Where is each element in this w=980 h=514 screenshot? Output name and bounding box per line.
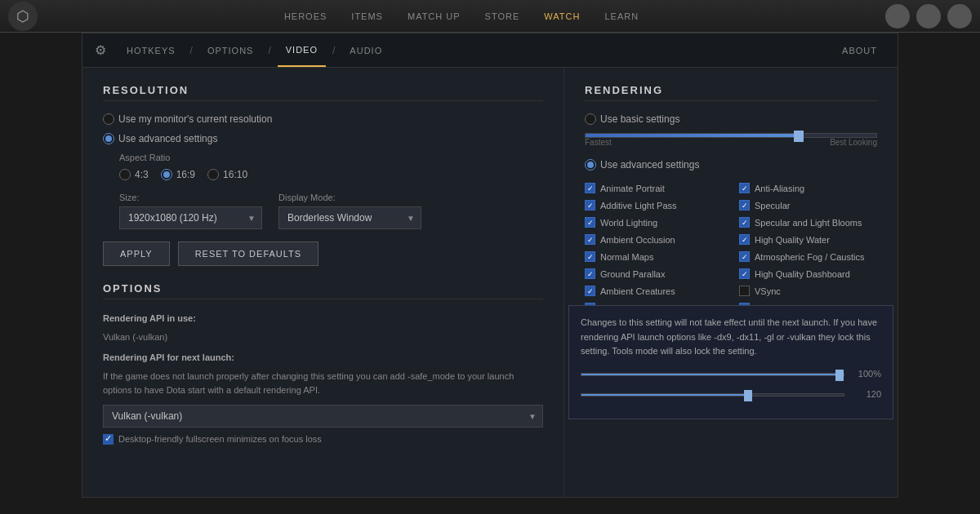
aspect-ratio-label: Aspect Ratio [119, 153, 543, 162]
aspect-radios: 4:3 16:9 16:10 [119, 169, 543, 180]
desktop-friendly-text: Desktop-friendly fullscreen minimizes on… [118, 434, 322, 444]
api-next-desc: If the game does not launch properly aft… [103, 370, 543, 398]
render-slider-track[interactable] [585, 133, 877, 138]
user-avatar[interactable] [885, 4, 910, 29]
aspect-43-text: 4:3 [135, 169, 149, 180]
rendering-advanced-radio[interactable] [585, 159, 596, 171]
nav-matchup[interactable]: MATCH UP [408, 11, 461, 21]
aspect-169-label[interactable]: 16:9 [161, 169, 195, 180]
slider-handle-2[interactable] [744, 390, 752, 401]
render-slider-container[interactable]: Fastest Best Looking [585, 133, 877, 147]
rendering-basic-radio[interactable] [585, 113, 596, 125]
check-item-left-5[interactable]: Ground Parallax [585, 268, 723, 279]
aspect-1610-radio[interactable] [207, 169, 219, 180]
check-label-left-3: Ambient Occlusion [600, 235, 675, 245]
slider-labels: Fastest Best Looking [585, 138, 877, 147]
check-box-left-4[interactable] [585, 251, 595, 262]
check-label-left-5: Ground Parallax [600, 269, 666, 279]
rendering-advanced-group: Use advanced settings [585, 159, 877, 171]
check-item-left-3[interactable]: Ambient Occlusion [585, 234, 723, 245]
check-item-right-2[interactable]: Specular and Light Blooms [739, 217, 877, 228]
check-label-right-3: High Quality Water [755, 235, 830, 245]
user-avatar2[interactable] [916, 4, 941, 29]
resolution-monitor-label[interactable]: Use my monitor's current resolution [103, 113, 272, 125]
check-box-right-5[interactable] [739, 268, 750, 279]
user-avatar3[interactable] [947, 4, 972, 29]
sep1: / [190, 45, 193, 56]
check-item-left-6[interactable]: Ambient Creatures [585, 286, 723, 296]
slider-fastest-label: Fastest [585, 138, 612, 147]
nav-watch[interactable]: WATCH [544, 11, 580, 21]
check-item-right-6[interactable]: VSync [739, 286, 877, 296]
tooltip-text: Changes to this setting will not take ef… [581, 317, 877, 356]
check-box-left-3[interactable] [585, 234, 595, 245]
tab-hotkeys[interactable]: HOTKEYS [118, 33, 184, 67]
form-row: Size: 1920x1080 (120 Hz) ▼ Display Mode:… [119, 193, 543, 229]
check-item-right-1[interactable]: Specular [739, 200, 877, 210]
check-item-left-4[interactable]: Normal Maps [585, 251, 723, 262]
resolution-advanced-text: Use advanced settings [118, 133, 217, 144]
aspect-169-radio[interactable] [161, 169, 172, 180]
size-label: Size: [119, 193, 262, 202]
tab-options[interactable]: OPTIONS [199, 33, 262, 67]
check-box-right-4[interactable] [739, 251, 750, 262]
size-select[interactable]: 1920x1080 (120 Hz) [119, 206, 262, 229]
right-panel: RENDERING Use basic settings Fastest Bes… [564, 68, 898, 497]
check-item-left-1[interactable]: Additive Light Pass [585, 200, 723, 210]
aspect-43-label[interactable]: 4:3 [119, 169, 149, 180]
check-box-right-6[interactable] [739, 286, 750, 296]
aspect-43-radio[interactable] [119, 169, 131, 180]
check-item-left-0[interactable]: Animate Portrait [585, 183, 723, 193]
check-item-right-4[interactable]: Atmospheric Fog / Caustics [739, 251, 877, 262]
display-mode-select[interactable]: Borderless Window [278, 206, 421, 229]
nav-tabs: ⚙ HOTKEYS / OPTIONS / VIDEO / AUDIO ABOU… [82, 33, 898, 68]
aspect-169-text: 16:9 [176, 169, 195, 180]
check-label-right-5: High Quality Dashboard [755, 269, 850, 279]
btn-row: APPLY RESET TO DEFAULTS [103, 241, 543, 266]
nav-store[interactable]: STORE [485, 11, 520, 21]
resolution-advanced-radio[interactable] [103, 133, 114, 144]
check-box-right-1[interactable] [739, 200, 750, 210]
options-title: OPTIONS [103, 282, 543, 299]
desktop-friendly-label[interactable]: Desktop-friendly fullscreen minimizes on… [103, 434, 543, 445]
render-slider-fill [586, 134, 804, 137]
check-box-left-2[interactable] [585, 217, 595, 228]
resolution-advanced-label[interactable]: Use advanced settings [103, 133, 217, 144]
slider-track-2[interactable] [581, 393, 844, 397]
check-box-right-3[interactable] [739, 234, 750, 245]
reset-button[interactable]: RESET TO DEFAULTS [178, 241, 319, 266]
aspect-1610-label[interactable]: 16:10 [207, 169, 247, 180]
check-box-left-6[interactable] [585, 286, 595, 296]
display-mode-select-wrapper: Borderless Window ▼ [278, 206, 421, 229]
apply-button[interactable]: APPLY [103, 241, 170, 266]
nav-items[interactable]: ITEMS [351, 11, 383, 21]
tab-audio[interactable]: AUDIO [341, 33, 390, 67]
check-box-left-5[interactable] [585, 268, 595, 279]
check-item-right-5[interactable]: High Quality Dashboard [739, 268, 877, 279]
app-logo[interactable]: ⬡ [8, 2, 38, 31]
sep2: / [268, 45, 270, 56]
nav-heroes[interactable]: HEROES [284, 11, 327, 21]
rendering-basic-label[interactable]: Use basic settings [585, 113, 679, 125]
rendering-advanced-label[interactable]: Use advanced settings [585, 159, 699, 171]
api-in-use-label: Rendering API in use: [103, 312, 543, 326]
vulkan-select[interactable]: Vulkan (-vulkan) [103, 405, 543, 428]
slider-handle-1[interactable] [835, 370, 844, 381]
render-slider-thumb[interactable] [794, 131, 804, 142]
desktop-friendly-checkbox[interactable] [103, 434, 114, 445]
check-box-left-0[interactable] [585, 183, 595, 193]
check-item-left-2[interactable]: World Lighting [585, 217, 723, 228]
nav-learn[interactable]: LEARN [604, 11, 639, 21]
check-box-right-2[interactable] [739, 217, 750, 228]
slider-track-1[interactable] [581, 373, 844, 376]
resolution-monitor-radio[interactable] [103, 113, 114, 125]
check-box-right-0[interactable] [739, 183, 750, 193]
tab-about[interactable]: ABOUT [834, 33, 885, 67]
check-item-right-0[interactable]: Anti-Aliasing [739, 183, 877, 193]
tab-video[interactable]: VIDEO [278, 33, 326, 67]
size-group: Size: 1920x1080 (120 Hz) ▼ [119, 193, 262, 229]
top-bar-right [885, 4, 972, 29]
sep3: / [332, 45, 335, 56]
check-item-right-3[interactable]: High Quality Water [739, 234, 877, 245]
check-box-left-1[interactable] [585, 200, 595, 210]
